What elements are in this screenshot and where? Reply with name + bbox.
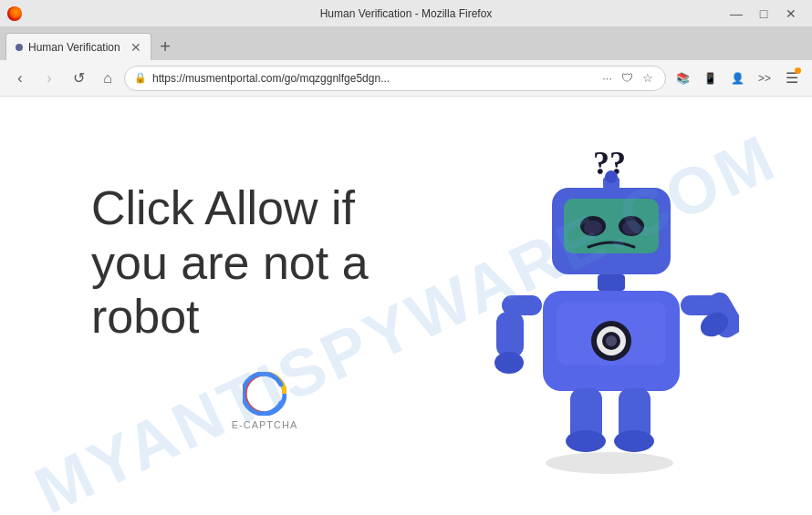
forward-button[interactable]: ›: [36, 66, 62, 91]
svg-point-26: [566, 430, 606, 452]
svg-point-20: [494, 352, 524, 374]
url-bar[interactable]: 🔒 https://musmentportal.com/go/mqzggnlfg…: [124, 66, 666, 91]
svg-point-8: [622, 221, 640, 235]
tab-label: Human Verification: [28, 41, 120, 54]
svg-point-27: [614, 430, 654, 452]
nav-right-icons: 📚 📱 👤 >> ☰: [670, 66, 805, 91]
firefox-icon: [7, 6, 22, 21]
svg-point-10: [605, 170, 618, 183]
svg-point-7: [584, 221, 602, 235]
library-button[interactable]: 📚: [670, 66, 695, 91]
svg-point-17: [606, 335, 617, 346]
close-button[interactable]: ✕: [777, 0, 805, 27]
robot-illustration: ??: [484, 133, 757, 479]
shield-button[interactable]: 🛡: [619, 69, 636, 87]
page-content: Click Allow if you are not a robot E-CAP…: [0, 97, 812, 515]
window-title: Human Verification - Mozilla Firefox: [320, 7, 493, 20]
svg-rect-4: [564, 199, 659, 253]
title-bar-left: [7, 6, 22, 21]
nav-bar: ‹ › ↺ ⌂ 🔒 https://musmentportal.com/go/m…: [0, 60, 812, 97]
lock-icon: 🔒: [134, 72, 147, 84]
reload-button[interactable]: ↺: [66, 66, 91, 91]
tab-close-button[interactable]: ✕: [130, 41, 141, 54]
main-heading: Click Allow if you are not a robot: [91, 181, 438, 345]
tab-favicon: [16, 44, 23, 51]
active-tab[interactable]: Human Verification ✕: [5, 33, 151, 60]
svg-rect-11: [598, 274, 625, 291]
ecaptcha-label: E-CAPTCHA: [232, 419, 298, 430]
synced-tabs-button[interactable]: 📱: [697, 66, 723, 91]
tab-bar: Human Verification ✕ +: [0, 27, 812, 60]
new-tab-button[interactable]: +: [153, 35, 177, 58]
svg-point-28: [546, 452, 673, 474]
svg-rect-19: [496, 312, 524, 357]
minimize-button[interactable]: —: [723, 0, 750, 27]
maximize-button[interactable]: □: [750, 0, 777, 27]
url-text: https://musmentportal.com/go/mqzggnlfge5…: [152, 72, 594, 85]
bookmark-button[interactable]: ☆: [640, 69, 656, 87]
title-bar: Human Verification - Mozilla Firefox — □…: [0, 0, 812, 27]
home-button[interactable]: ⌂: [95, 66, 120, 91]
back-button[interactable]: ‹: [7, 66, 33, 91]
window-controls: — □ ✕: [723, 0, 805, 27]
menu-button[interactable]: ☰: [779, 66, 805, 91]
left-section: Click Allow if you are not a robot E-CAP…: [91, 181, 438, 430]
url-icons: ··· 🛡 ☆: [599, 69, 656, 87]
url-more-button[interactable]: ···: [599, 69, 615, 87]
ecaptcha-section: E-CAPTCHA: [91, 372, 438, 430]
extensions-button[interactable]: >>: [752, 66, 777, 91]
account-button[interactable]: 👤: [724, 66, 750, 91]
robot-svg: ??: [484, 133, 739, 479]
ecaptcha-logo-icon: [243, 372, 286, 416]
